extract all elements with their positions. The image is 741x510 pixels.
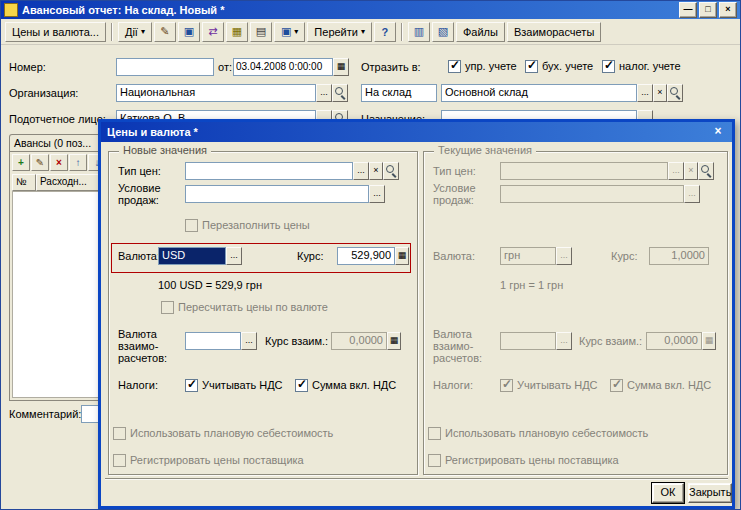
rate-field-current: 1,0000: [649, 247, 709, 265]
prices-currency-button[interactable]: Цены и валюта...: [5, 22, 106, 42]
number-field[interactable]: [116, 58, 214, 76]
vat-incl-checkbox[interactable]: [295, 379, 308, 392]
sales-cond-field[interactable]: [185, 185, 369, 203]
buh-checkbox[interactable]: [525, 60, 538, 73]
warehouse-field[interactable]: Основной склад: [441, 84, 637, 102]
price-type-open-button[interactable]: [383, 162, 399, 180]
advance-report-window: Авансовый отчет: На склад. Новый * — □ ×…: [0, 0, 741, 510]
warehouse-select-button[interactable]: ...: [637, 84, 653, 102]
settle-currency-field-current: [500, 332, 556, 350]
close-button[interactable]: ×: [719, 2, 737, 18]
vat-incl-label-current: Сумма вкл. НДС: [627, 379, 711, 391]
vat-label-current: Учитывать НДС: [517, 379, 598, 391]
taxes-label-current: Налоги:: [433, 379, 473, 391]
upr-label: упр. учете: [465, 60, 517, 72]
recalc-prices-checkbox[interactable]: [161, 301, 174, 314]
add-row-button[interactable]: +: [12, 154, 30, 171]
window-title: Авансовый отчет: На склад. Новый *: [22, 4, 675, 16]
currency-select-button-current: ...: [556, 247, 572, 265]
recalc-prices-checkbox-row: Пересчитать цены по валюте: [161, 300, 328, 314]
nalog-checkbox[interactable]: [602, 60, 615, 73]
plan-cost-label-current: Использовать плановую себестоимость: [445, 427, 648, 439]
vat-incl-checkbox-row: Сумма вкл. НДС: [295, 378, 396, 392]
price-type-select-button[interactable]: ...: [353, 162, 369, 180]
settle-currency-select-button[interactable]: ...: [241, 332, 257, 350]
warehouse-clear-button[interactable]: ×: [653, 84, 667, 102]
search-icon: [669, 86, 681, 99]
window-titlebar: Авансовый отчет: На склад. Новый * — □ ×: [1, 1, 740, 19]
currency-select-button[interactable]: ...: [226, 247, 242, 265]
ledger-button[interactable]: ▦: [226, 22, 248, 42]
dialog-separator: [105, 478, 728, 480]
help-icon: ?: [382, 26, 389, 38]
date-field[interactable]: 03.04.2008 0:00:00: [233, 58, 333, 76]
sales-cond-select-button[interactable]: ...: [369, 185, 385, 203]
actions-menu-button[interactable]: Дії ▾: [118, 22, 152, 42]
actions-label: Дії: [125, 26, 138, 38]
price-type-select-button-current: ...: [668, 162, 684, 180]
settle-rate-calc-button[interactable]: ▦: [387, 332, 401, 350]
search-icon: [385, 164, 397, 177]
post-button[interactable]: ⇄: [202, 22, 224, 42]
settlements-button[interactable]: Взаиморасчеты: [507, 22, 601, 42]
taxes-label: Налоги:: [118, 379, 158, 391]
vat-checkbox[interactable]: [185, 379, 198, 392]
save-button[interactable]: ▣: [178, 22, 200, 42]
operation-type-field[interactable]: На склад: [361, 84, 437, 102]
settlements-label: Взаиморасчеты: [514, 26, 594, 38]
vat-checkbox-row-current: Учитывать НДС: [500, 378, 598, 392]
ok-button[interactable]: ОК: [652, 483, 684, 503]
refill-prices-checkbox-row: Перезаполнить цены: [185, 218, 310, 232]
currency-field-current: грн: [500, 247, 556, 265]
organization-open-button[interactable]: [332, 84, 348, 102]
currency-field[interactable]: USD: [158, 247, 226, 265]
register-prices-checkbox-current: [428, 454, 441, 467]
prices-currency-label: Цены и валюта...: [12, 26, 99, 38]
minimize-button[interactable]: —: [679, 2, 697, 18]
rate-calc-button[interactable]: ▦: [395, 247, 409, 265]
calendar-button[interactable]: ▦: [333, 58, 349, 76]
goto-menu-button[interactable]: Перейти ▾: [307, 22, 372, 42]
upr-checkbox[interactable]: [448, 60, 461, 73]
dialog-close-button[interactable]: ×: [710, 125, 726, 139]
number-label: Номер:: [9, 61, 46, 73]
help-button[interactable]: ?: [374, 22, 396, 42]
tab-advances[interactable]: Авансы (0 поз...: [9, 134, 101, 152]
files-button[interactable]: Файлы: [456, 22, 505, 42]
price-type-clear-button[interactable]: ×: [369, 162, 383, 180]
column-number[interactable]: №: [12, 174, 36, 191]
price-type-field[interactable]: [185, 162, 353, 180]
recalc-prices-label: Пересчитать цены по валюте: [178, 301, 328, 313]
prices-currency-dialog: Цены и валюта * × Новые значения Тип цен…: [98, 119, 735, 509]
plan-cost-checkbox[interactable]: [113, 427, 126, 440]
settle-rate-field[interactable]: 0,0000: [331, 332, 387, 350]
goto-label: Перейти: [314, 26, 358, 38]
delete-row-button[interactable]: ×: [50, 154, 68, 171]
dialog-close-action-button[interactable]: Закрыть: [688, 483, 732, 503]
post-close-menu-button[interactable]: ▣ ▾: [274, 22, 305, 42]
edit-button[interactable]: ✎: [154, 22, 176, 42]
reflect-nalog-checkbox-row: налог. учете: [602, 59, 681, 73]
organization-field[interactable]: Национальная: [116, 84, 316, 102]
delete-icon: ×: [56, 157, 62, 168]
files-label: Файлы: [463, 26, 498, 38]
calendar-icon: ▦: [337, 61, 346, 71]
print-button[interactable]: ▤: [250, 22, 272, 42]
structure-button[interactable]: ▧: [432, 22, 454, 42]
settle-currency-label: Валюта взаимо-расчетов:: [118, 328, 180, 364]
calculator-icon: ▦: [390, 335, 399, 345]
organization-select-button[interactable]: ...: [316, 84, 332, 102]
maximize-button[interactable]: □: [699, 2, 717, 18]
refill-prices-checkbox[interactable]: [185, 219, 198, 232]
move-up-button[interactable]: ↑: [69, 154, 87, 171]
rate-field[interactable]: 529,900: [337, 247, 395, 265]
warehouse-open-button[interactable]: [667, 84, 683, 102]
related-documents-button[interactable]: ▥: [408, 22, 430, 42]
edit-row-button[interactable]: ✎: [31, 154, 49, 171]
search-icon: [334, 86, 346, 99]
rate-label: Курс:: [297, 250, 323, 262]
price-type-field-current: [500, 162, 668, 180]
settle-currency-field[interactable]: [185, 332, 241, 350]
register-prices-checkbox[interactable]: [113, 454, 126, 467]
add-icon: +: [18, 157, 24, 168]
